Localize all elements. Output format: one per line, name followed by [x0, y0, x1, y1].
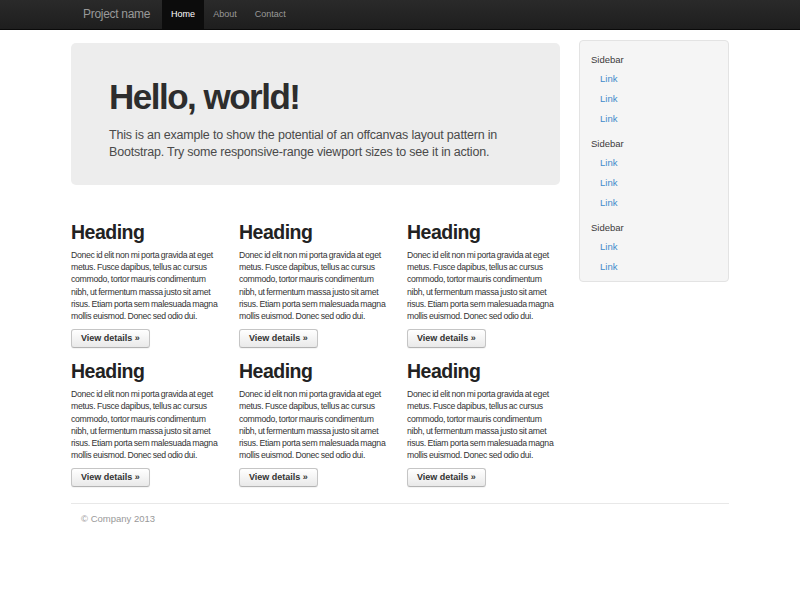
card-heading: Heading: [239, 222, 391, 242]
view-details-button[interactable]: View details »: [71, 468, 150, 487]
card-body: Donec id elit non mi porta gravida at eg…: [407, 388, 560, 461]
card-heading: Heading: [407, 222, 559, 242]
main-column: Hello, world! This is an example to show…: [71, 30, 560, 487]
nav-item-contact[interactable]: Contact: [246, 0, 295, 29]
sidebar-link[interactable]: Link: [580, 237, 722, 257]
card-heading: Heading: [71, 361, 223, 381]
sidebar-header: Sidebar: [580, 221, 722, 234]
sidebar-link[interactable]: Link: [580, 109, 722, 129]
view-details-button[interactable]: View details »: [239, 329, 318, 348]
sidebar-header: Sidebar: [580, 53, 722, 66]
jumbotron: Hello, world! This is an example to show…: [71, 43, 560, 185]
feature-card: Heading Donec id elit non mi porta gravi…: [239, 222, 391, 348]
sidebar-link[interactable]: Link: [580, 193, 722, 213]
card-heading: Heading: [71, 222, 223, 242]
sidebar-header: Sidebar: [580, 137, 722, 150]
card-body: Donec id elit non mi porta gravida at eg…: [239, 249, 392, 322]
card-body: Donec id elit non mi porta gravida at eg…: [71, 388, 224, 461]
footer: © Company 2013: [71, 503, 729, 524]
navbar-brand[interactable]: Project name: [71, 0, 162, 29]
footer-divider: [71, 503, 729, 504]
feature-card: Heading Donec id elit non mi porta gravi…: [71, 222, 223, 348]
navbar: Project name Home About Contact: [0, 0, 800, 30]
nav-item-about[interactable]: About: [204, 0, 246, 29]
copyright-text: © Company 2013: [71, 513, 729, 524]
nav-link-contact[interactable]: Contact: [246, 0, 295, 29]
feature-card: Heading Donec id elit non mi porta gravi…: [407, 222, 559, 348]
nav-link-about[interactable]: About: [204, 0, 246, 29]
page-title: Hello, world!: [109, 77, 522, 116]
sidebar-link[interactable]: Link: [580, 69, 722, 89]
cards-grid: Heading Donec id elit non mi porta gravi…: [71, 222, 560, 487]
page-container: Hello, world! This is an example to show…: [71, 30, 729, 524]
feature-card: Heading Donec id elit non mi porta gravi…: [407, 361, 559, 487]
sidebar-group: Sidebar Link Link Link: [580, 137, 722, 213]
nav-link-home[interactable]: Home: [162, 0, 204, 29]
navbar-container: Project name Home About Contact: [71, 0, 729, 29]
nav-item-home[interactable]: Home: [162, 0, 204, 29]
card-body: Donec id elit non mi porta gravida at eg…: [239, 388, 392, 461]
sidebar-group: Sidebar Link Link Link: [580, 53, 722, 129]
feature-card: Heading Donec id elit non mi porta gravi…: [71, 361, 223, 487]
sidebar-column: Sidebar Link Link Link Sidebar Link Link…: [579, 30, 729, 282]
content-row: Hello, world! This is an example to show…: [71, 30, 729, 487]
sidebar-link[interactable]: Link: [580, 257, 722, 277]
card-body: Donec id elit non mi porta gravida at eg…: [407, 249, 560, 322]
card-heading: Heading: [239, 361, 391, 381]
card-heading: Heading: [407, 361, 559, 381]
feature-card: Heading Donec id elit non mi porta gravi…: [239, 361, 391, 487]
sidebar-link[interactable]: Link: [580, 173, 722, 193]
sidebar-group: Sidebar Link Link: [580, 221, 722, 277]
jumbotron-text: This is an example to show the potential…: [109, 127, 522, 161]
sidebar-well: Sidebar Link Link Link Sidebar Link Link…: [579, 40, 729, 282]
sidebar-link[interactable]: Link: [580, 153, 722, 173]
view-details-button[interactable]: View details »: [239, 468, 318, 487]
sidebar-link[interactable]: Link: [580, 89, 722, 109]
view-details-button[interactable]: View details »: [407, 468, 486, 487]
view-details-button[interactable]: View details »: [407, 329, 486, 348]
navbar-menu: Home About Contact: [162, 0, 295, 29]
view-details-button[interactable]: View details »: [71, 329, 150, 348]
card-body: Donec id elit non mi porta gravida at eg…: [71, 249, 224, 322]
